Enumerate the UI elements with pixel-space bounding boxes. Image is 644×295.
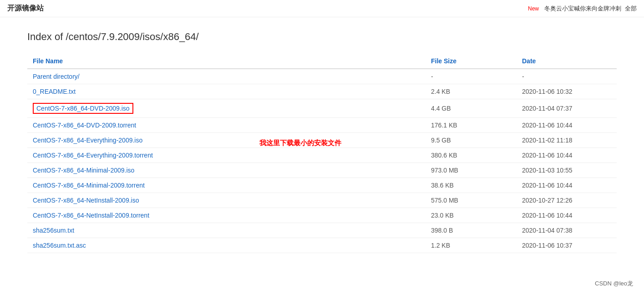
table-row: CentOS-7-x86_64-Minimal-2009.torrent38.6… (27, 178, 617, 193)
file-link[interactable]: CentOS-7-x86_64-DVD-2009.torrent (33, 122, 136, 129)
file-size: 9.5 GB (426, 133, 517, 148)
file-date: 2020-11-06 10:44 (517, 178, 617, 193)
file-link[interactable]: sha256sum.txt.asc (33, 242, 86, 249)
file-link-parent[interactable]: Parent directory/ (33, 73, 80, 80)
file-size: 398.0 B (426, 223, 517, 238)
file-date: 2020-11-06 10:37 (517, 238, 617, 253)
file-link[interactable]: sha256sum.txt (33, 227, 74, 234)
table-row: CentOS-7-x86_64-Everything-2009.torrent3… (27, 148, 617, 163)
file-date: - (517, 69, 617, 84)
file-size: 973.0 MB (426, 163, 517, 178)
footer: CSDN @leo龙 (595, 280, 633, 288)
column-header-name: File Name (27, 54, 426, 69)
table-row: 0_README.txt2.4 KB2020-11-06 10:32 (27, 84, 617, 99)
table-row: CentOS-7-x86_64-NetInstall-2009.iso575.0… (27, 193, 617, 208)
file-link[interactable]: CentOS-7-x86_64-NetInstall-2009.torrent (33, 212, 149, 219)
file-link[interactable]: CentOS-7-x86_64-Everything-2009.iso (33, 137, 142, 144)
file-link[interactable]: CentOS-7-x86_64-NetInstall-2009.iso (33, 197, 139, 204)
page-title: Index of /centos/7.9.2009/isos/x86_64/ (27, 31, 617, 43)
file-date: 2020-11-03 10:55 (517, 163, 617, 178)
file-date: 2020-11-06 10:44 (517, 208, 617, 223)
file-date: 2020-11-04 07:38 (517, 223, 617, 238)
table-row: CentOS-7-x86_64-Minimal-2009.iso973.0 MB… (27, 163, 617, 178)
new-badge: New (528, 5, 539, 12)
table-row: CentOS-7-x86_64-Everything-2009.iso9.5 G… (27, 133, 617, 148)
file-date: 2020-11-06 10:32 (517, 84, 617, 99)
file-date: 2020-11-06 10:44 (517, 148, 617, 163)
file-size: 38.6 KB (426, 178, 517, 193)
table-row: CentOS-7-x86_64-DVD-2009.torrent176.1 KB… (27, 118, 617, 133)
table-row: CentOS-7-x86_64-DVD-2009.iso4.4 GB2020-1… (27, 99, 617, 118)
table-header-row: File Name File Size Date (27, 54, 617, 69)
file-size: 176.1 KB (426, 118, 517, 133)
footer-text: CSDN @leo龙 (595, 280, 633, 287)
file-date: 2020-11-02 11:18 (517, 133, 617, 148)
table-row: Parent directory/-- (27, 69, 617, 84)
file-size: - (426, 69, 517, 84)
file-link-highlighted[interactable]: CentOS-7-x86_64-DVD-2009.iso (33, 103, 133, 114)
file-date: 2020-10-27 12:26 (517, 193, 617, 208)
file-size: 575.0 MB (426, 193, 517, 208)
table-row: CentOS-7-x86_64-NetInstall-2009.torrent2… (27, 208, 617, 223)
site-logo: 开源镜像站 (7, 4, 44, 13)
file-table: File Name File Size Date Parent director… (27, 54, 617, 253)
main-content: Index of /centos/7.9.2009/isos/x86_64/ F… (0, 17, 644, 267)
header-right: New 冬奥云小宝喊你来向金牌冲刺 全部 (528, 5, 637, 13)
column-header-date: Date (517, 54, 617, 69)
file-size: 1.2 KB (426, 238, 517, 253)
table-row: sha256sum.txt.asc1.2 KB2020-11-06 10:37 (27, 238, 617, 253)
file-size: 2.4 KB (426, 84, 517, 99)
header: 开源镜像站 New 冬奥云小宝喊你来向金牌冲刺 全部 (0, 0, 644, 17)
file-link[interactable]: CentOS-7-x86_64-Everything-2009.torrent (33, 152, 153, 159)
column-header-size: File Size (426, 54, 517, 69)
file-size: 4.4 GB (426, 99, 517, 118)
nav-all-link[interactable]: 全部 (625, 5, 637, 13)
file-link[interactable]: CentOS-7-x86_64-Minimal-2009.iso (33, 167, 134, 174)
table-row: sha256sum.txt398.0 B2020-11-04 07:38 (27, 223, 617, 238)
file-size: 23.0 KB (426, 208, 517, 223)
file-date: 2020-11-04 07:37 (517, 99, 617, 118)
file-link[interactable]: CentOS-7-x86_64-Minimal-2009.torrent (33, 182, 145, 189)
file-size: 380.6 KB (426, 148, 517, 163)
banner-text: 冬奥云小宝喊你来向金牌冲刺 (544, 5, 621, 13)
file-date: 2020-11-06 10:44 (517, 118, 617, 133)
file-link[interactable]: 0_README.txt (33, 88, 76, 95)
